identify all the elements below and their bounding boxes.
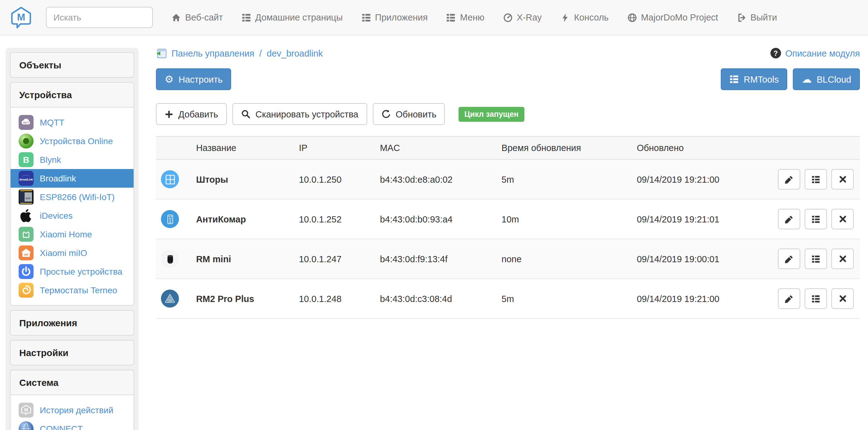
- nav-applications-label: Приложения: [375, 12, 428, 22]
- sidebar-devices-list: MQTT MQTT Устройства Online B Blynk: [10, 108, 134, 306]
- sidebar-item-label: Xiaomi Home: [40, 229, 92, 239]
- device-interval: 5m: [496, 279, 631, 318]
- sidebar-system-list: M История действий CONNECT: [10, 395, 134, 430]
- blynk-icon: B: [19, 152, 34, 167]
- sidebar-item-blynk[interactable]: B Blynk: [10, 150, 133, 169]
- breadcrumb-parent-link[interactable]: Панель управления: [172, 48, 254, 58]
- delete-device-button[interactable]: [831, 288, 854, 309]
- sidebar-section-devices[interactable]: Устройства: [10, 82, 134, 108]
- nav-home-pages[interactable]: Домашние страницы: [242, 12, 343, 22]
- sidebar-item-label: MQTT: [40, 118, 64, 127]
- sidebar-item-label: CONNECT: [40, 424, 83, 430]
- rmtools-button[interactable]: RMTools: [721, 68, 787, 90]
- rm-mini-device-icon: [161, 250, 179, 268]
- sidebar-item-esp8266[interactable]: ESP ESP8266 (Wifi-IoT): [10, 188, 133, 206]
- nav-menu[interactable]: Меню: [446, 12, 484, 22]
- sidebar-item-connect[interactable]: CONNECT: [10, 420, 133, 430]
- device-mac: b4:43:0d:e8:a0:02: [375, 159, 496, 199]
- blcloud-button[interactable]: ☁ BLCloud: [793, 68, 860, 90]
- nav-applications[interactable]: Приложения: [361, 12, 428, 22]
- add-device-button[interactable]: Добавить: [156, 103, 227, 125]
- delete-device-button[interactable]: [831, 169, 854, 189]
- nav-xray-label: X-Ray: [517, 12, 542, 22]
- sidebar-section-objects[interactable]: Объекты: [10, 52, 134, 78]
- nav-majordomo-project[interactable]: MajorDoMo Project: [627, 12, 718, 22]
- delete-device-button[interactable]: [831, 249, 854, 269]
- refresh-button[interactable]: Обновить: [373, 103, 445, 125]
- configure-button[interactable]: ⚙ Настроить: [156, 68, 231, 90]
- device-data-button[interactable]: [805, 288, 827, 309]
- sidebar-item-action-history[interactable]: M История действий: [10, 401, 133, 420]
- edit-device-button[interactable]: [778, 288, 800, 309]
- power-icon: [19, 264, 34, 279]
- list-icon: [730, 74, 739, 84]
- sidebar-panel-objects: Объекты: [10, 52, 134, 78]
- delete-x-icon: [838, 255, 846, 263]
- sidebar-item-label: Broadlink: [40, 173, 76, 183]
- sidebar-item-xiaomi-home[interactable]: Xiaomi Home: [10, 225, 133, 244]
- list-icon: [811, 294, 820, 303]
- terneo-swirl-icon: [19, 283, 34, 298]
- device-data-button[interactable]: [805, 209, 827, 229]
- scan-button-label: Сканировать устройства: [255, 109, 358, 119]
- sidebar-item-label: Простые устройства: [40, 267, 122, 277]
- sidebar-item-label: Термостаты Terneo: [40, 285, 117, 295]
- sidebar-panel-settings: Настройки: [10, 340, 134, 365]
- breadcrumb-current-link[interactable]: dev_broadlink: [267, 48, 323, 58]
- sidebar-section-applications[interactable]: Приложения: [10, 310, 134, 336]
- device-mac: b4:43:0d:b0:93:a4: [375, 199, 496, 239]
- sidebar-item-broadlink[interactable]: BroadLink Broadlink: [10, 169, 133, 188]
- curtains-device-icon: [161, 170, 179, 188]
- list-icon: [446, 13, 456, 22]
- pencil-icon: [785, 254, 794, 263]
- delete-x-icon: [838, 215, 846, 223]
- sidebar-item-xiaomi-miio[interactable]: mI Xiaomi miIO: [10, 244, 133, 262]
- sidebar-item-simple-devices[interactable]: Простые устройства: [10, 262, 133, 281]
- home-icon: [172, 13, 181, 22]
- scan-devices-button[interactable]: Сканировать устройства: [232, 103, 367, 125]
- nav-logout[interactable]: Выйти: [737, 12, 777, 22]
- device-name: Шторы: [191, 159, 294, 199]
- module-description-label: Описание модуля: [785, 48, 860, 58]
- sidebar-section-system[interactable]: Система: [10, 370, 134, 395]
- search-input[interactable]: [46, 7, 153, 28]
- edit-device-button[interactable]: [778, 249, 800, 269]
- search-icon: [241, 110, 250, 119]
- device-data-button[interactable]: [805, 249, 827, 269]
- nav-xray[interactable]: X-Ray: [503, 12, 542, 22]
- breadcrumb: Панель управления / dev_broadlink: [156, 48, 323, 58]
- cloud-icon: ☁: [802, 74, 812, 84]
- col-mac: MAC: [375, 136, 496, 159]
- nav-console[interactable]: Консоль: [560, 12, 609, 22]
- majordomo-app: M Веб-сайт Домашние страницы Приложения …: [0, 0, 868, 430]
- col-interval: Время обновления: [496, 136, 631, 159]
- majordomo-logo-icon[interactable]: M: [10, 6, 32, 29]
- sidebar-item-devices-online[interactable]: Устройства Online: [10, 132, 133, 150]
- sidebar-item-mqtt[interactable]: MQTT MQTT: [10, 113, 133, 132]
- device-updated: 09/14/2019 19:21:00: [632, 279, 773, 318]
- pencil-icon: [785, 215, 794, 223]
- sidebar-item-terneo[interactable]: Термостаты Terneo: [10, 281, 133, 300]
- configure-button-label: Настроить: [179, 74, 223, 84]
- online-orb-icon: [19, 133, 34, 149]
- nav-console-label: Консоль: [574, 12, 609, 22]
- sidebar-panel-devices: Устройства MQTT MQTT Устройств: [10, 82, 134, 306]
- module-description-link[interactable]: ? Описание модуля: [770, 48, 860, 58]
- sidebar-section-settings[interactable]: Настройки: [10, 340, 134, 365]
- xiaomi-home-icon: [19, 227, 34, 242]
- edit-device-button[interactable]: [778, 169, 800, 189]
- svg-text:ESP: ESP: [26, 197, 31, 200]
- device-data-button[interactable]: [805, 169, 827, 189]
- device-interval: none: [496, 239, 631, 279]
- col-name: Название: [191, 136, 294, 159]
- nav-menu-label: Меню: [460, 12, 484, 22]
- device-ip: 10.0.1.247: [294, 239, 375, 279]
- edit-device-button[interactable]: [778, 209, 800, 229]
- nav-majordomo-project-label: MajorDoMo Project: [641, 12, 718, 22]
- device-name: RM2 Pro Plus: [191, 279, 294, 318]
- svg-text:BroadLink: BroadLink: [19, 178, 33, 181]
- sidebar-item-idevices[interactable]: iDevices: [10, 206, 133, 225]
- nav-website[interactable]: Веб-сайт: [172, 12, 223, 22]
- sidebar: Объекты Устройства MQTT MQTT: [6, 48, 138, 430]
- delete-device-button[interactable]: [831, 209, 854, 229]
